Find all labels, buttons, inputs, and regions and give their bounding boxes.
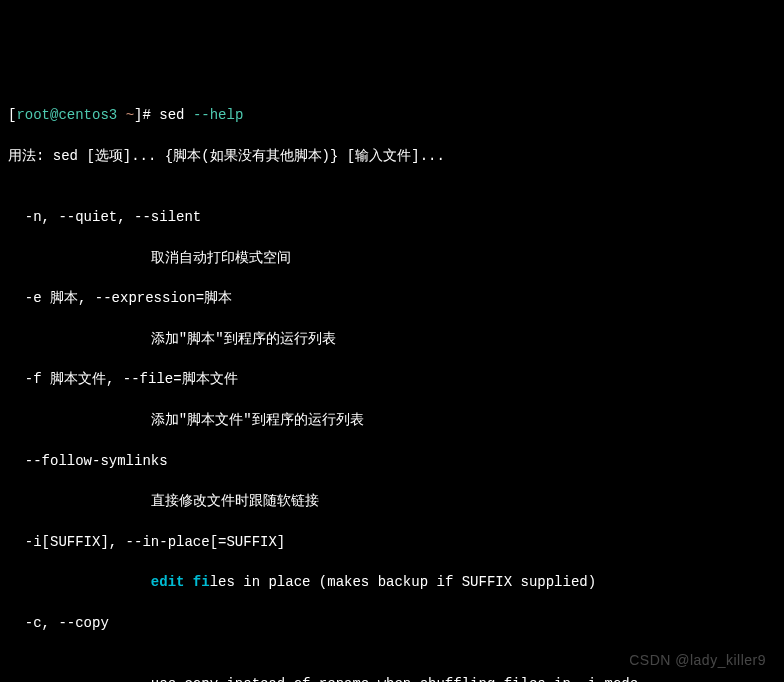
opt-e-desc: 添加"脚本"到程序的运行列表	[8, 329, 776, 349]
rest: les in place (makes backup if SUFFIX sup…	[210, 574, 596, 590]
opt-e-flag: -e 脚本, --expression=脚本	[8, 288, 776, 308]
indent	[8, 574, 151, 590]
usage-line: 用法: sed [选项]... {脚本(如果没有其他脚本)} [输入文件]...	[8, 146, 776, 166]
prompt-userhost: root@centos3	[16, 107, 117, 123]
opt-n-desc: 取消自动打印模式空间	[8, 248, 776, 268]
opt-n-flag: -n, --quiet, --silent	[8, 207, 776, 227]
prompt-path: ~	[117, 107, 134, 123]
prompt-bracket-close: ]#	[134, 107, 159, 123]
prompt-line[interactable]: [root@centos3 ~]# sed --help	[8, 105, 776, 125]
opt-follow-flag: --follow-symlinks	[8, 451, 776, 471]
opt-i-desc: edit files in place (makes backup if SUF…	[8, 572, 776, 592]
opt-i-flag: -i[SUFFIX], --in-place[=SUFFIX]	[8, 532, 776, 552]
opt-c-flag: -c, --copy	[8, 613, 776, 633]
opt-f-desc: 添加"脚本文件"到程序的运行列表	[8, 410, 776, 430]
terminal-output: [root@centos3 ~]# sed --help 用法: sed [选项…	[8, 85, 776, 682]
highlight-edit: edit fi	[151, 574, 210, 590]
command-text: sed	[159, 107, 193, 123]
watermark-text: CSDN @lady_killer9	[629, 650, 766, 670]
opt-f-flag: -f 脚本文件, --file=脚本文件	[8, 369, 776, 389]
command-flag: --help	[193, 107, 243, 123]
opt-c-desc: use copy instead of rename when shufflin…	[8, 674, 776, 682]
opt-follow-desc: 直接修改文件时跟随软链接	[8, 491, 776, 511]
